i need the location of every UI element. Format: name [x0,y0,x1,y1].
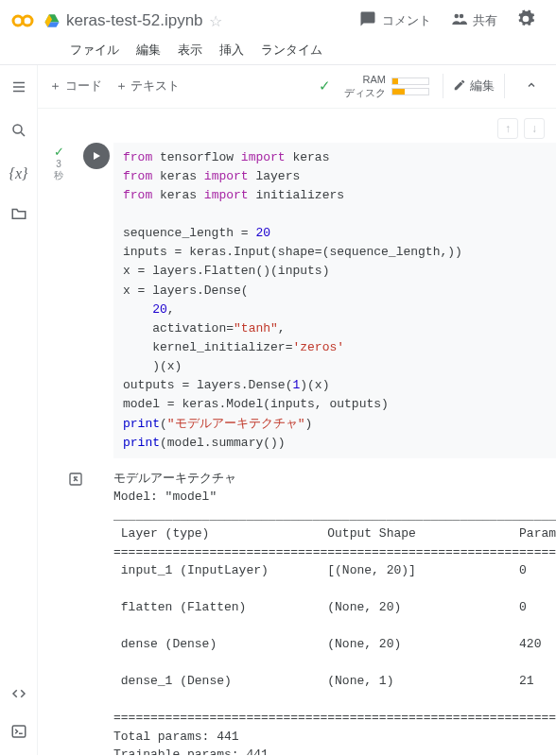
settings-button[interactable] [507,4,545,38]
variables-icon[interactable]: {x} [9,165,28,182]
gear-icon [516,9,535,32]
svg-point-10 [13,125,22,133]
ram-bar [391,77,429,85]
svg-point-1 [23,16,32,26]
menubar: ファイル 編集 表示 挿入 ランタイム [0,38,556,65]
disk-bar [391,88,429,95]
edit-mode-button[interactable]: 編集 [443,74,505,98]
code-snippets-icon[interactable] [10,685,27,706]
terminal-icon[interactable] [10,723,27,744]
cell-gutter: ✓ 3 秒 [38,143,79,458]
left-sidebar: {x} [0,65,38,755]
svg-line-11 [21,132,25,136]
code-cell: ✓ 3 秒 from tensorflow import keras from … [38,143,556,458]
pencil-icon [453,78,466,94]
share-button[interactable]: 共有 [441,5,507,37]
star-icon[interactable]: ☆ [209,12,222,30]
menu-view[interactable]: 表示 [178,42,202,59]
svg-rect-12 [12,726,26,737]
ram-label: RAM [344,73,386,86]
run-cell-button[interactable] [83,143,110,169]
exec-seconds: 3 [56,159,61,169]
disk-label: ディスク [344,86,386,99]
status-check-icon: ✓ [319,77,331,94]
edit-label: 編集 [470,77,495,94]
search-icon[interactable] [10,122,27,143]
menu-runtime[interactable]: ランタイム [261,42,322,59]
add-text-button[interactable]: ＋ テキスト [115,77,181,94]
header: keras-test-52.ipynb ☆ コメント 共有 [0,0,556,38]
cell-up-button[interactable]: ↑ [497,118,518,139]
exec-unit: 秒 [54,169,63,182]
cell-down-button[interactable]: ↓ [524,118,545,139]
files-icon[interactable] [10,205,27,226]
toc-icon[interactable] [10,78,27,99]
add-code-button[interactable]: ＋ コード [49,77,102,94]
cell-status-icon: ✓ [54,145,64,159]
code-editor[interactable]: from tensorflow import keras from keras … [113,143,556,458]
resource-indicator[interactable]: RAM ディスク [344,73,429,100]
colab-logo-icon [11,9,34,32]
drive-icon [43,12,61,29]
collapse-button[interactable] [518,76,545,97]
svg-point-6 [460,14,464,19]
comment-label: コメント [382,12,431,29]
cell-output: モデルアーキテクチャ Model: "model" ______________… [113,470,556,755]
output-toggle-icon[interactable] [38,470,113,755]
menu-insert[interactable]: 挿入 [219,42,244,59]
comment-icon [359,10,376,31]
share-icon [450,10,467,31]
toolbar: ＋ コード ＋ テキスト ✓ RAM ディスク 編集 [38,65,556,109]
menu-edit[interactable]: 編集 [136,42,161,59]
notebook-title[interactable]: keras-test-52.ipynb [66,11,203,30]
comment-button[interactable]: コメント [350,5,441,37]
svg-marker-14 [94,152,100,160]
menu-file[interactable]: ファイル [70,42,119,59]
svg-point-5 [455,14,460,19]
share-label: 共有 [473,12,497,29]
